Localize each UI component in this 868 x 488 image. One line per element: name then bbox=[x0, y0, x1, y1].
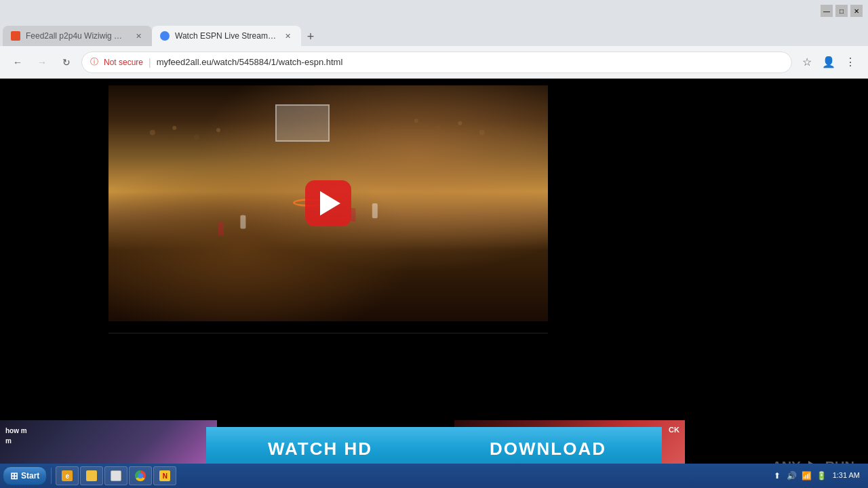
tab-title-2: Watch ESPN Live Stream Online bbox=[175, 31, 277, 41]
svg-point-4 bbox=[414, 119, 418, 123]
clock-time: 1:31 AM bbox=[833, 470, 860, 481]
svg-point-8 bbox=[502, 123, 506, 127]
menu-button[interactable]: ⋮ bbox=[841, 53, 860, 72]
taskbar-app-chrome[interactable] bbox=[129, 466, 152, 485]
system-clock: 1:31 AM bbox=[833, 470, 860, 481]
svg-rect-12 bbox=[218, 222, 224, 236]
refresh-button[interactable]: ↻ bbox=[57, 53, 76, 72]
video-player[interactable] bbox=[108, 85, 548, 321]
tray-icon-1: ⬆ bbox=[772, 470, 783, 481]
system-tray: ⬆ 🔊 📶 🔋 bbox=[772, 470, 827, 481]
thumb-text-right: CK bbox=[669, 426, 679, 434]
maximize-button[interactable]: □ bbox=[835, 5, 848, 17]
minimize-button[interactable]: — bbox=[821, 5, 833, 17]
taskbar-separator-1 bbox=[51, 468, 52, 484]
taskbar-icon-norton: N bbox=[159, 470, 170, 481]
security-icon: ⓘ bbox=[90, 56, 98, 68]
window-controls[interactable]: — □ ✕ bbox=[821, 5, 863, 17]
start-button[interactable]: ⊞ Start bbox=[3, 466, 47, 485]
tab-favicon-1 bbox=[11, 31, 20, 41]
tab-title-1: Feed2all p2p4u Wiziwig Sports Live ... bbox=[26, 31, 127, 41]
bookmark-button[interactable]: ☆ bbox=[797, 53, 816, 72]
tab-espn[interactable]: Watch ESPN Live Stream Online ✕ bbox=[152, 26, 301, 46]
new-tab-button[interactable]: + bbox=[301, 27, 320, 46]
taskbar-app-files[interactable] bbox=[80, 466, 103, 485]
divider-line bbox=[108, 333, 548, 333]
forward-button[interactable]: → bbox=[33, 53, 52, 72]
taskbar-app-norton[interactable]: N bbox=[153, 466, 176, 485]
profile-button[interactable]: 👤 bbox=[819, 53, 838, 72]
svg-rect-9 bbox=[240, 215, 245, 228]
svg-point-2 bbox=[194, 135, 199, 140]
taskbar-icon-notepad bbox=[111, 470, 121, 481]
close-button[interactable]: ✕ bbox=[850, 5, 863, 17]
svg-point-3 bbox=[216, 128, 220, 132]
address-bar: ← → ↻ ⓘ Not secure | myfeed2all.eu/watch… bbox=[0, 46, 868, 79]
tab-feed2all[interactable]: Feed2all p2p4u Wiziwig Sports Live ... ✕ bbox=[3, 26, 152, 46]
taskbar-icon-chrome bbox=[135, 470, 146, 481]
title-bar: — □ ✕ bbox=[0, 0, 868, 22]
taskbar-app-explorer[interactable]: e bbox=[56, 466, 79, 485]
tray-icon-2: 🔊 bbox=[787, 470, 797, 481]
svg-point-5 bbox=[435, 125, 441, 131]
taskbar-icon-files bbox=[86, 470, 97, 481]
tray-icon-3: 📶 bbox=[802, 470, 812, 481]
start-icon: ⊞ bbox=[10, 470, 18, 481]
back-button[interactable]: ← bbox=[8, 53, 27, 72]
taskbar-app-notepad[interactable] bbox=[104, 466, 127, 485]
tab-close-1[interactable]: ✕ bbox=[133, 30, 144, 41]
play-button[interactable] bbox=[305, 180, 351, 226]
taskbar: ⊞ Start e N ⬆ 🔊 📶 🔋 1:31 AM bbox=[0, 464, 868, 488]
address-input-wrapper: ⓘ Not secure | myfeed2all.eu/watch/54588… bbox=[81, 52, 792, 73]
url-display[interactable]: myfeed2all.eu/watch/545884/1/watch-espn.… bbox=[157, 57, 783, 67]
start-label: Start bbox=[21, 471, 39, 481]
pipe-divider: | bbox=[149, 57, 151, 68]
svg-point-1 bbox=[172, 126, 176, 130]
play-icon bbox=[320, 191, 340, 216]
svg-rect-10 bbox=[372, 203, 378, 218]
tray-icon-battery: 🔋 bbox=[816, 470, 827, 481]
svg-point-7 bbox=[479, 130, 485, 136]
taskbar-icon-explorer: e bbox=[62, 470, 73, 481]
tab-close-2[interactable]: ✕ bbox=[282, 30, 293, 41]
taskbar-right: ⬆ 🔊 📶 🔋 1:31 AM bbox=[772, 470, 865, 481]
page-content: how m m WATCH HD DOWNLOAD CK bbox=[0, 79, 868, 488]
tab-favicon-2 bbox=[160, 31, 170, 41]
toolbar-right: ☆ 👤 ⋮ bbox=[797, 53, 860, 72]
svg-point-0 bbox=[150, 130, 155, 136]
video-thumbnail bbox=[108, 85, 548, 321]
thumb-text-left: how m m bbox=[5, 426, 27, 446]
tab-bar: Feed2all p2p4u Wiziwig Sports Live ... ✕… bbox=[0, 22, 868, 46]
svg-point-6 bbox=[458, 121, 462, 125]
security-text: Not secure bbox=[104, 58, 143, 67]
